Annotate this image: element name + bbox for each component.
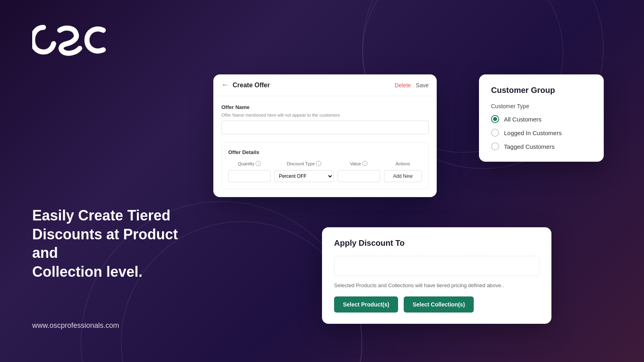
apply-hint: Selected Products and Collections will h…: [334, 282, 539, 288]
customer-type-radio-group: All Customers Logged In Customers Tagged…: [491, 115, 592, 150]
offer-details-section: Offer Details Quantity i Discount Type i…: [221, 142, 429, 189]
radio-all-customers-label: All Customers: [504, 116, 541, 123]
select-products-button[interactable]: Select Product(s): [334, 296, 398, 313]
radio-tagged-customers[interactable]: Tagged Customers: [491, 142, 592, 150]
offer-name-label: Offer Name: [221, 104, 429, 110]
radio-logged-in-customers[interactable]: Logged In Customers: [491, 129, 592, 137]
back-arrow-icon[interactable]: ←: [221, 81, 229, 89]
apply-buttons: Select Product(s) Select Collection(s): [334, 296, 539, 313]
delete-button[interactable]: Delete: [395, 82, 411, 88]
card-header-left: ← Create Offer: [221, 81, 270, 89]
save-button[interactable]: Save: [416, 82, 429, 88]
quantity-info-icon[interactable]: i: [256, 161, 261, 166]
radio-logged-in-circle: [491, 129, 499, 137]
customer-type-label: Customer Type: [491, 103, 592, 109]
col-actions: Actions: [384, 161, 422, 166]
radio-all-customers[interactable]: All Customers: [491, 115, 592, 123]
value-input[interactable]: [338, 170, 380, 182]
customer-group-title: Customer Group: [491, 86, 592, 95]
discount-type-select[interactable]: Percent OFF Fixed Amount: [275, 170, 334, 182]
offer-name-hint: Offer Name mentioned here will not appea…: [221, 113, 429, 117]
apply-discount-card: Apply Discount To Selected Products and …: [322, 227, 551, 324]
radio-all-customers-circle: [491, 115, 499, 123]
select-collections-button[interactable]: Select Collection(s): [404, 296, 474, 313]
quantity-input[interactable]: [228, 170, 270, 182]
apply-discount-title: Apply Discount To: [334, 239, 539, 248]
radio-tagged-circle: [491, 142, 499, 150]
create-offer-title: Create Offer: [233, 82, 270, 89]
col-quantity: Quantity i: [228, 161, 270, 166]
radio-logged-in-label: Logged In Customers: [504, 130, 561, 136]
add-new-button[interactable]: Add New: [384, 170, 422, 182]
card-header: ← Create Offer Delete Save: [213, 74, 437, 96]
create-offer-card: ← Create Offer Delete Save Offer Name Of…: [213, 74, 437, 197]
value-info-icon[interactable]: i: [362, 161, 367, 166]
col-discount-type: Discount Type i: [275, 161, 334, 166]
website-url: www.oscprofessionals.com: [32, 321, 119, 330]
logo-svg: [32, 20, 113, 56]
table-header: Quantity i Discount Type i Value i Actio…: [228, 161, 422, 166]
card-header-actions: Delete Save: [395, 82, 429, 88]
selected-products-area: [334, 256, 539, 276]
offer-details-label: Offer Details: [228, 149, 422, 155]
customer-group-card: Customer Group Customer Type All Custome…: [479, 74, 604, 162]
offer-name-input[interactable]: [221, 121, 429, 134]
tagline: Easily Create Tiered Discounts at Produc…: [32, 206, 201, 282]
logo: [32, 20, 113, 58]
card-body: Offer Name Offer Name mentioned here wil…: [213, 96, 437, 197]
radio-tagged-label: Tagged Customers: [504, 143, 555, 150]
discount-type-info-icon[interactable]: i: [316, 161, 321, 166]
table-row: Percent OFF Fixed Amount Add New: [228, 170, 422, 182]
col-value: Value i: [338, 161, 380, 166]
